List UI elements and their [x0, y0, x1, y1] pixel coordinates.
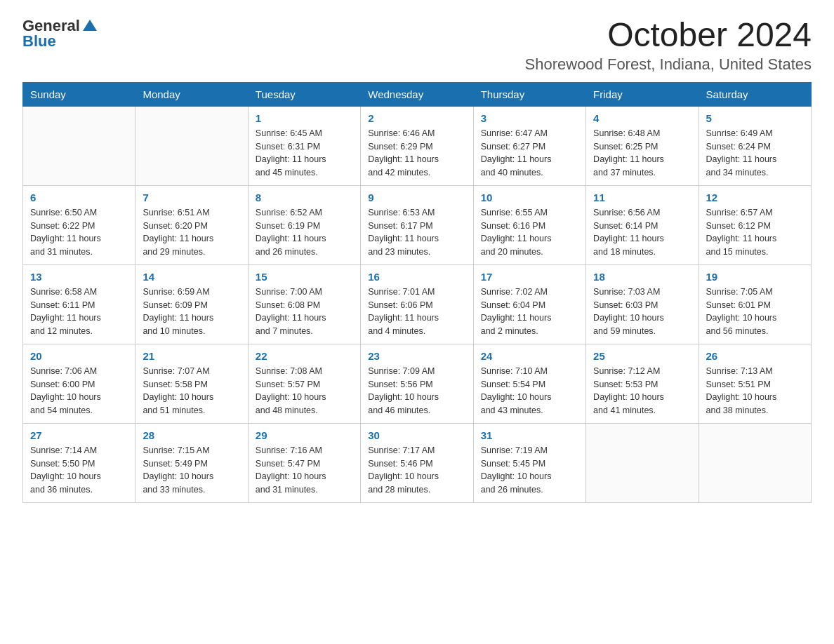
day-info: Sunrise: 7:15 AM Sunset: 5:49 PM Dayligh…: [143, 444, 240, 497]
day-number: 1: [256, 112, 353, 124]
day-number: 21: [143, 350, 240, 362]
logo: General Blue: [22, 17, 97, 51]
day-info: Sunrise: 6:49 AM Sunset: 6:24 PM Dayligh…: [706, 127, 804, 180]
header-sunday: Sunday: [23, 82, 135, 106]
day-number: 22: [256, 350, 353, 362]
calendar-cell-w1-d5: 3Sunrise: 6:47 AM Sunset: 6:27 PM Daylig…: [473, 106, 585, 185]
header-friday: Friday: [586, 82, 699, 106]
day-info: Sunrise: 6:47 AM Sunset: 6:27 PM Dayligh…: [481, 127, 578, 180]
day-info: Sunrise: 7:09 AM Sunset: 5:56 PM Dayligh…: [368, 365, 465, 417]
calendar-cell-w5-d3: 29Sunrise: 7:16 AM Sunset: 5:47 PM Dayli…: [248, 423, 360, 502]
calendar-cell-w5-d5: 31Sunrise: 7:19 AM Sunset: 5:45 PM Dayli…: [473, 423, 585, 502]
day-number: 3: [481, 112, 578, 124]
week-row-2: 6Sunrise: 6:50 AM Sunset: 6:22 PM Daylig…: [23, 185, 812, 264]
week-row-4: 20Sunrise: 7:06 AM Sunset: 6:00 PM Dayli…: [23, 344, 812, 423]
day-number: 11: [593, 192, 691, 203]
logo-blue-text: Blue: [22, 32, 56, 51]
day-info: Sunrise: 7:19 AM Sunset: 5:45 PM Dayligh…: [481, 444, 578, 497]
calendar-cell-w5-d6: [586, 423, 699, 502]
day-info: Sunrise: 7:01 AM Sunset: 6:06 PM Dayligh…: [368, 286, 465, 338]
calendar-cell-w3-d4: 16Sunrise: 7:01 AM Sunset: 6:06 PM Dayli…: [361, 264, 473, 344]
day-number: 13: [30, 271, 128, 283]
day-info: Sunrise: 7:08 AM Sunset: 5:57 PM Dayligh…: [256, 365, 353, 417]
svg-marker-0: [83, 20, 97, 31]
day-number: 10: [481, 192, 578, 203]
day-number: 19: [706, 271, 804, 283]
logo-triangle-icon: [83, 18, 97, 32]
calendar-cell-w3-d6: 18Sunrise: 7:03 AM Sunset: 6:03 PM Dayli…: [586, 264, 699, 344]
day-number: 7: [143, 192, 240, 203]
title-block: October 2024 Shorewood Forest, Indiana, …: [525, 17, 812, 74]
day-number: 16: [368, 271, 465, 283]
calendar-cell-w2-d7: 12Sunrise: 6:57 AM Sunset: 6:12 PM Dayli…: [699, 185, 811, 264]
day-info: Sunrise: 6:58 AM Sunset: 6:11 PM Dayligh…: [30, 286, 128, 338]
calendar-cell-w1-d6: 4Sunrise: 6:48 AM Sunset: 6:25 PM Daylig…: [586, 106, 699, 185]
header-thursday: Thursday: [473, 82, 585, 106]
day-number: 4: [593, 112, 691, 124]
calendar-cell-w1-d1: [23, 106, 135, 185]
day-info: Sunrise: 7:06 AM Sunset: 6:00 PM Dayligh…: [30, 365, 128, 417]
calendar-cell-w3-d2: 14Sunrise: 6:59 AM Sunset: 6:09 PM Dayli…: [135, 264, 248, 344]
day-number: 26: [706, 350, 804, 362]
day-number: 25: [593, 350, 691, 362]
day-number: 15: [256, 271, 353, 283]
day-info: Sunrise: 6:52 AM Sunset: 6:19 PM Dayligh…: [256, 206, 353, 259]
weekday-header-row: Sunday Monday Tuesday Wednesday Thursday…: [23, 82, 812, 106]
calendar-cell-w1-d7: 5Sunrise: 6:49 AM Sunset: 6:24 PM Daylig…: [699, 106, 811, 185]
day-number: 9: [368, 192, 465, 203]
day-number: 20: [30, 350, 128, 362]
week-row-3: 13Sunrise: 6:58 AM Sunset: 6:11 PM Dayli…: [23, 264, 812, 344]
header-monday: Monday: [135, 82, 248, 106]
calendar-cell-w4-d1: 20Sunrise: 7:06 AM Sunset: 6:00 PM Dayli…: [23, 344, 135, 423]
day-info: Sunrise: 6:45 AM Sunset: 6:31 PM Dayligh…: [256, 127, 353, 180]
day-number: 5: [706, 112, 804, 124]
day-info: Sunrise: 6:56 AM Sunset: 6:14 PM Dayligh…: [593, 206, 691, 259]
calendar-cell-w4-d3: 22Sunrise: 7:08 AM Sunset: 5:57 PM Dayli…: [248, 344, 360, 423]
header-saturday: Saturday: [699, 82, 811, 106]
calendar-cell-w2-d3: 8Sunrise: 6:52 AM Sunset: 6:19 PM Daylig…: [248, 185, 360, 264]
calendar-cell-w1-d4: 2Sunrise: 6:46 AM Sunset: 6:29 PM Daylig…: [361, 106, 473, 185]
day-info: Sunrise: 6:51 AM Sunset: 6:20 PM Dayligh…: [143, 206, 240, 259]
day-info: Sunrise: 7:16 AM Sunset: 5:47 PM Dayligh…: [256, 444, 353, 497]
day-info: Sunrise: 7:13 AM Sunset: 5:51 PM Dayligh…: [706, 365, 804, 417]
calendar-cell-w2-d2: 7Sunrise: 6:51 AM Sunset: 6:20 PM Daylig…: [135, 185, 248, 264]
day-number: 18: [593, 271, 691, 283]
calendar-cell-w2-d1: 6Sunrise: 6:50 AM Sunset: 6:22 PM Daylig…: [23, 185, 135, 264]
day-number: 30: [368, 429, 465, 441]
day-number: 28: [143, 429, 240, 441]
day-number: 2: [368, 112, 465, 124]
day-number: 31: [481, 429, 578, 441]
calendar-cell-w5-d1: 27Sunrise: 7:14 AM Sunset: 5:50 PM Dayli…: [23, 423, 135, 502]
day-info: Sunrise: 7:02 AM Sunset: 6:04 PM Dayligh…: [481, 286, 578, 338]
calendar-cell-w1-d2: [135, 106, 248, 185]
calendar-cell-w3-d1: 13Sunrise: 6:58 AM Sunset: 6:11 PM Dayli…: [23, 264, 135, 344]
day-number: 23: [368, 350, 465, 362]
day-info: Sunrise: 7:12 AM Sunset: 5:53 PM Dayligh…: [593, 365, 691, 417]
calendar-cell-w4-d6: 25Sunrise: 7:12 AM Sunset: 5:53 PM Dayli…: [586, 344, 699, 423]
day-number: 17: [481, 271, 578, 283]
header-tuesday: Tuesday: [248, 82, 360, 106]
calendar-cell-w3-d3: 15Sunrise: 7:00 AM Sunset: 6:08 PM Dayli…: [248, 264, 360, 344]
day-number: 29: [256, 429, 353, 441]
calendar-cell-w2-d6: 11Sunrise: 6:56 AM Sunset: 6:14 PM Dayli…: [586, 185, 699, 264]
day-info: Sunrise: 7:07 AM Sunset: 5:58 PM Dayligh…: [143, 365, 240, 417]
calendar-cell-w4-d5: 24Sunrise: 7:10 AM Sunset: 5:54 PM Dayli…: [473, 344, 585, 423]
calendar-subtitle: Shorewood Forest, Indiana, United States: [525, 55, 812, 74]
day-number: 6: [30, 192, 128, 203]
day-number: 27: [30, 429, 128, 441]
day-number: 12: [706, 192, 804, 203]
week-row-5: 27Sunrise: 7:14 AM Sunset: 5:50 PM Dayli…: [23, 423, 812, 502]
day-info: Sunrise: 6:46 AM Sunset: 6:29 PM Dayligh…: [368, 127, 465, 180]
day-number: 8: [256, 192, 353, 203]
calendar-title: October 2024: [525, 17, 812, 54]
calendar-cell-w5-d7: [699, 423, 811, 502]
day-info: Sunrise: 6:50 AM Sunset: 6:22 PM Dayligh…: [30, 206, 128, 259]
day-info: Sunrise: 6:53 AM Sunset: 6:17 PM Dayligh…: [368, 206, 465, 259]
calendar-cell-w2-d4: 9Sunrise: 6:53 AM Sunset: 6:17 PM Daylig…: [361, 185, 473, 264]
day-info: Sunrise: 7:00 AM Sunset: 6:08 PM Dayligh…: [256, 286, 353, 338]
day-info: Sunrise: 7:10 AM Sunset: 5:54 PM Dayligh…: [481, 365, 578, 417]
day-info: Sunrise: 7:05 AM Sunset: 6:01 PM Dayligh…: [706, 286, 804, 338]
week-row-1: 1Sunrise: 6:45 AM Sunset: 6:31 PM Daylig…: [23, 106, 812, 185]
day-info: Sunrise: 6:55 AM Sunset: 6:16 PM Dayligh…: [481, 206, 578, 259]
calendar-cell-w4-d2: 21Sunrise: 7:07 AM Sunset: 5:58 PM Dayli…: [135, 344, 248, 423]
